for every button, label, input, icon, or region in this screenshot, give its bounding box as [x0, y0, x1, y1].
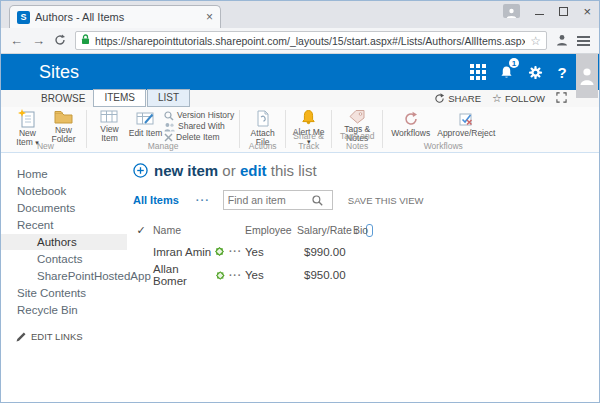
window-maximize-button[interactable]	[559, 7, 568, 16]
tag-icon	[348, 109, 366, 124]
browser-menu-icon[interactable]	[577, 36, 590, 46]
refresh-icon[interactable]	[54, 34, 66, 48]
edit-item-button[interactable]: Edit Item	[128, 108, 163, 141]
browser-toolbar: ← → https://sharepointtutorials.sharepoi…	[1, 28, 599, 54]
view-item-button[interactable]: View Item	[92, 108, 127, 141]
share-button[interactable]: SHARE	[434, 93, 481, 104]
approve-reject-button[interactable]: Approve/Reject	[434, 108, 498, 141]
browser-titlebar: S Authors - All Items × ×	[1, 1, 599, 28]
sidebar-item-notebook[interactable]: Notebook	[1, 183, 127, 199]
people-icon	[164, 122, 175, 132]
ribbon: BROWSE ITEMS LIST SHARE ☆ FOLLOW	[1, 90, 599, 153]
settings-button[interactable]	[521, 54, 550, 90]
pencil-icon	[16, 332, 26, 342]
browser-window: S Authors - All Items × × ← → https://sh…	[0, 0, 600, 403]
sidebar-item-home[interactable]: Home	[1, 166, 127, 182]
address-bar[interactable]: https://sharepointtutorials.sharepoint.c…	[75, 31, 547, 50]
shared-with-button[interactable]: Shared With	[164, 122, 234, 132]
ribbon-commands: New Item ▾ New Folder New	[1, 107, 599, 152]
plus-circle-icon[interactable]	[133, 163, 148, 178]
list-view-content: new item or edit this list All Items ···…	[127, 153, 599, 401]
ribbon-group-share-track: Alert Me ▾ Share & Track	[288, 107, 329, 152]
add-new-item-row: new item or edit this list	[133, 162, 599, 179]
ribbon-group-new: New Item ▾ New Folder New	[7, 107, 84, 152]
notifications-button[interactable]: 1	[492, 54, 521, 90]
ribbon-group-tags-notes: Tags & Notes Tags and Notes	[334, 107, 380, 152]
forward-icon[interactable]: →	[32, 34, 45, 47]
select-all-checkmark[interactable]: ✓	[133, 224, 149, 237]
attach-file-button[interactable]: Attach File	[245, 108, 280, 141]
alert-bell-icon	[300, 109, 317, 127]
quick-launch-sidebar: Home Notebook Documents Recent Authors C…	[1, 153, 127, 401]
group-label-actions: Actions	[242, 141, 283, 151]
column-header-employee[interactable]: Employee	[241, 224, 293, 236]
user-avatar[interactable]	[576, 54, 598, 98]
column-header-name[interactable]: Name	[149, 224, 225, 236]
item-name-link[interactable]: Imran Amin	[153, 246, 211, 258]
table-header-row: ✓ Name Employee Salary/Rate ↓ Bio	[133, 220, 599, 240]
star-icon: ☆	[492, 92, 502, 105]
item-menu-ellipsis[interactable]: ···	[225, 246, 241, 257]
attach-file-icon	[255, 109, 271, 128]
notification-badge: 1	[509, 58, 519, 68]
edit-links-button[interactable]: EDIT LINKS	[1, 331, 127, 342]
back-icon[interactable]: ←	[10, 34, 23, 47]
bookmark-star-icon[interactable]: ☆	[530, 34, 541, 48]
group-label-tags-notes: Tags and Notes	[334, 131, 380, 151]
app-launcher-button[interactable]	[463, 54, 492, 90]
group-label-workflows: Workflows	[385, 141, 501, 151]
window-minimize-button[interactable]	[535, 14, 544, 15]
search-input[interactable]	[228, 194, 312, 206]
new-item-badge-icon	[216, 271, 225, 280]
tab-list[interactable]: LIST	[147, 89, 190, 107]
window-close-button[interactable]: ×	[583, 5, 591, 18]
group-label-share-track: Share & Track	[288, 131, 329, 151]
search-icon[interactable]	[312, 195, 323, 206]
sidebar-item-recent[interactable]: Recent	[1, 217, 127, 233]
browser-profile-avatar-icon[interactable]	[503, 4, 520, 18]
sidebar-item-documents[interactable]: Documents	[1, 200, 127, 216]
help-button[interactable]: ?	[550, 54, 574, 90]
table-row[interactable]: Imran Amin ··· Yes $990.00	[133, 240, 599, 263]
sidebar-item-sharepointhostedapp[interactable]: SharePointHostedApp	[1, 268, 127, 284]
share-icon	[434, 93, 445, 104]
workflows-button[interactable]: Workflows	[388, 108, 433, 141]
sidebar-item-contacts[interactable]: Contacts	[1, 251, 127, 267]
item-name-link[interactable]: Allan Bomer	[153, 263, 212, 287]
version-history-button[interactable]: Version History	[164, 111, 234, 121]
sidebar-item-recycle-bin[interactable]: Recycle Bin	[1, 302, 127, 318]
sites-link[interactable]: Sites	[39, 62, 79, 83]
browser-user-icon[interactable]	[556, 32, 568, 50]
salary-cell: $990.00	[293, 246, 349, 258]
workflow-icon	[403, 109, 419, 128]
url-text[interactable]: https://sharepointtutorials.sharepoint.c…	[95, 35, 525, 47]
save-this-view-link[interactable]: SAVE THIS VIEW	[348, 195, 424, 206]
focus-icon	[556, 92, 567, 103]
view-tab-all-items[interactable]: All Items	[133, 194, 179, 206]
salary-cell: $950.00	[293, 269, 349, 281]
new-item-link[interactable]: new item	[154, 162, 218, 179]
edit-list-link[interactable]: edit	[240, 162, 267, 179]
person-icon	[579, 67, 595, 85]
ribbon-tab-row: BROWSE ITEMS LIST SHARE ☆ FOLLOW	[1, 90, 599, 107]
focus-on-content-button[interactable]	[556, 92, 567, 105]
sidebar-item-site-contents[interactable]: Site Contents	[1, 285, 127, 301]
new-folder-button[interactable]: New Folder	[46, 108, 81, 141]
table-row[interactable]: Allan Bomer ··· Yes $950.00	[133, 263, 599, 286]
item-menu-ellipsis[interactable]: ···	[225, 270, 241, 281]
tab-close-icon[interactable]: ×	[206, 11, 213, 23]
suite-bar: Sites 1	[1, 54, 599, 90]
column-header-bio[interactable]: Bio	[349, 224, 389, 236]
tab-items[interactable]: ITEMS	[93, 89, 146, 107]
view-more-ellipsis[interactable]: ···	[196, 194, 210, 206]
new-item-button[interactable]: New Item ▾	[10, 108, 45, 141]
approve-reject-icon	[458, 109, 474, 128]
ribbon-group-workflows: Workflows Approve/Reject Workflows	[385, 107, 501, 152]
browser-tab[interactable]: S Authors - All Items ×	[9, 5, 221, 28]
view-selector-row: All Items ··· SAVE THIS VIEW	[133, 190, 599, 210]
tab-browse[interactable]: BROWSE	[33, 91, 93, 107]
sidebar-item-authors[interactable]: Authors	[1, 234, 127, 250]
column-header-salary[interactable]: Salary/Rate ↓	[293, 224, 349, 237]
list-table: ✓ Name Employee Salary/Rate ↓ Bio	[133, 220, 599, 286]
follow-button[interactable]: ☆ FOLLOW	[492, 92, 545, 105]
